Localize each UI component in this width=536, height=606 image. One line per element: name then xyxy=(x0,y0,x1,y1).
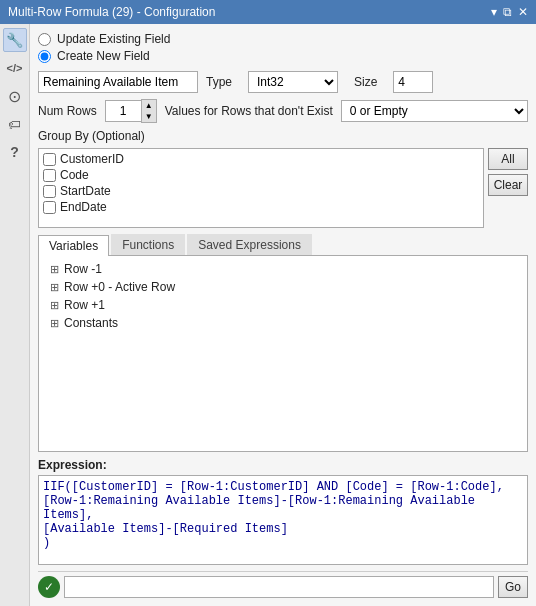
check-icon[interactable]: ✓ xyxy=(38,576,60,598)
bottom-bar: ✓ Go xyxy=(38,571,528,598)
values-label: Values for Rows that don't Exist xyxy=(165,104,333,118)
check-symbol: ✓ xyxy=(44,580,54,594)
radio-group: Update Existing Field Create New Field xyxy=(38,32,528,63)
num-rows-spinner: ▲ ▼ xyxy=(105,99,157,123)
dock-icon[interactable]: ⧉ xyxy=(503,5,512,19)
tree-label: Row +0 - Active Row xyxy=(64,280,175,294)
group-item-label: CustomerID xyxy=(60,152,124,166)
spinner-down-btn[interactable]: ▼ xyxy=(142,111,156,122)
left-toolbar: 🔧 </> ⊙ 🏷 ? xyxy=(0,24,30,606)
go-button[interactable]: Go xyxy=(498,576,528,598)
toolbar-tag-icon[interactable]: 🏷 xyxy=(3,112,27,136)
expand-icon: ⊞ xyxy=(47,299,61,312)
group-item-customerid[interactable]: CustomerID xyxy=(39,151,483,167)
radio-create[interactable] xyxy=(38,50,51,63)
main-content: 🔧 </> ⊙ 🏷 ? Update Existing Field Create… xyxy=(0,24,536,606)
toolbar-code-icon[interactable]: </> xyxy=(3,56,27,80)
tree-label: Constants xyxy=(64,316,118,330)
group-item-enddate[interactable]: EndDate xyxy=(39,199,483,215)
group-by-section: Group By (Optional) CustomerID Code xyxy=(38,129,528,228)
field-name-row: Type Int32 Int64 Float Double String Boo… xyxy=(38,71,528,93)
expression-section: Expression: IIF([CustomerID] = [Row-1:Cu… xyxy=(38,458,528,565)
group-by-content: CustomerID Code StartDate EndDate xyxy=(38,148,528,228)
type-section: Type Int32 Int64 Float Double String Boo… xyxy=(206,71,433,93)
radio-row-create: Create New Field xyxy=(38,49,528,63)
title-bar-actions: ▾ ⧉ ✕ xyxy=(491,5,528,19)
content-area: Update Existing Field Create New Field T… xyxy=(30,24,536,606)
tab-bar: Variables Functions Saved Expressions xyxy=(38,234,528,256)
field-name-input[interactable] xyxy=(38,71,198,93)
group-by-label: Group By (Optional) xyxy=(38,129,528,143)
group-list: CustomerID Code StartDate EndDate xyxy=(39,149,483,217)
window-title: Multi-Row Formula (29) - Configuration xyxy=(8,5,215,19)
expand-icon: ⊞ xyxy=(47,263,61,276)
tree-label: Row +1 xyxy=(64,298,105,312)
close-icon[interactable]: ✕ xyxy=(518,5,528,19)
radio-row-update: Update Existing Field xyxy=(38,32,528,46)
title-bar: Multi-Row Formula (29) - Configuration ▾… xyxy=(0,0,536,24)
group-item-code[interactable]: Code xyxy=(39,167,483,183)
checkbox-startdate[interactable] xyxy=(43,185,56,198)
tree-item-row-minus1[interactable]: ⊞ Row -1 xyxy=(43,260,523,278)
radio-create-label[interactable]: Create New Field xyxy=(57,49,150,63)
type-label: Type xyxy=(206,75,232,89)
expand-icon: ⊞ xyxy=(47,317,61,330)
group-list-wrapper: CustomerID Code StartDate EndDate xyxy=(38,148,484,228)
expression-label: Expression: xyxy=(38,458,528,472)
toolbar-wrench-icon[interactable]: 🔧 xyxy=(3,28,27,52)
tree-item-row-active[interactable]: ⊞ Row +0 - Active Row xyxy=(43,278,523,296)
checkbox-customerid[interactable] xyxy=(43,153,56,166)
tree-item-constants[interactable]: ⊞ Constants xyxy=(43,314,523,332)
tabs-section: Variables Functions Saved Expressions ⊞ … xyxy=(38,234,528,452)
clear-button[interactable]: Clear xyxy=(488,174,528,196)
size-input[interactable] xyxy=(393,71,433,93)
group-item-startdate[interactable]: StartDate xyxy=(39,183,483,199)
group-item-label: EndDate xyxy=(60,200,107,214)
size-label: Size xyxy=(354,75,377,89)
toolbar-circle-icon[interactable]: ⊙ xyxy=(3,84,27,108)
group-buttons: All Clear xyxy=(488,148,528,196)
tab-variables[interactable]: Variables xyxy=(38,235,109,256)
status-input[interactable] xyxy=(64,576,494,598)
type-select[interactable]: Int32 Int64 Float Double String Bool Dat… xyxy=(248,71,338,93)
tree-item-row-plus1[interactable]: ⊞ Row +1 xyxy=(43,296,523,314)
tab-saved-expressions[interactable]: Saved Expressions xyxy=(187,234,312,255)
expression-textarea[interactable]: IIF([CustomerID] = [Row-1:CustomerID] AN… xyxy=(38,475,528,565)
group-item-label: StartDate xyxy=(60,184,111,198)
num-rows-input[interactable] xyxy=(105,100,141,122)
spinner-up-btn[interactable]: ▲ xyxy=(142,100,156,111)
radio-update[interactable] xyxy=(38,33,51,46)
values-select[interactable]: 0 or Empty Null Previous Row xyxy=(341,100,528,122)
tab-content: ⊞ Row -1 ⊞ Row +0 - Active Row ⊞ Row +1 … xyxy=(38,256,528,452)
spinner-buttons: ▲ ▼ xyxy=(141,99,157,123)
num-rows-row: Num Rows ▲ ▼ Values for Rows that don't … xyxy=(38,99,528,123)
checkbox-code[interactable] xyxy=(43,169,56,182)
all-button[interactable]: All xyxy=(488,148,528,170)
expand-icon: ⊞ xyxy=(47,281,61,294)
group-item-label: Code xyxy=(60,168,89,182)
tab-functions[interactable]: Functions xyxy=(111,234,185,255)
tree-label: Row -1 xyxy=(64,262,102,276)
num-rows-label: Num Rows xyxy=(38,104,97,118)
radio-update-label[interactable]: Update Existing Field xyxy=(57,32,170,46)
checkbox-enddate[interactable] xyxy=(43,201,56,214)
toolbar-help-icon[interactable]: ? xyxy=(3,140,27,164)
pin-icon[interactable]: ▾ xyxy=(491,5,497,19)
